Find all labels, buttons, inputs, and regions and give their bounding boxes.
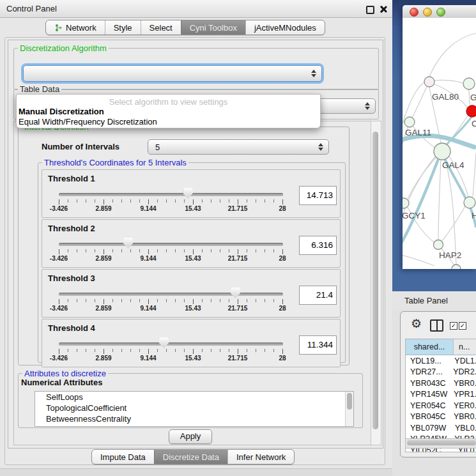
checkbox-icon[interactable]: ✓ xyxy=(459,322,466,330)
dropdown-option-manual[interactable]: Manual Discretization xyxy=(19,107,104,116)
slider-track[interactable] xyxy=(59,293,283,296)
node-attribute-table: shared...n... YDL19...YDL1...YDR27...YDR… xyxy=(405,339,476,452)
table-row[interactable]: YER054CYER0... xyxy=(406,400,476,411)
apply-button[interactable]: Apply xyxy=(169,429,212,444)
slider-thumb[interactable] xyxy=(159,337,169,348)
discretize-tab-content: Discretization Algorithm Table Data galF… xyxy=(8,40,383,449)
tick-label: 28 xyxy=(279,355,286,362)
table-row[interactable]: YPR145WYPR1... xyxy=(406,389,476,401)
screen: Control Panel NetworkStyleSelectCyni Too… xyxy=(0,0,476,476)
algorithm-dropdown-popup: Select algorithm to view settings Manual… xyxy=(16,94,321,128)
threshold-value-field[interactable]: 14.713 xyxy=(299,186,337,205)
tab-style[interactable]: Style xyxy=(105,20,141,35)
table-horizontal-scrollbar[interactable] xyxy=(405,438,476,449)
number-of-intervals-value: 5 xyxy=(155,140,160,154)
slider-track[interactable] xyxy=(59,342,283,346)
tick-label: 28 xyxy=(279,205,286,212)
tick-label: 2.859 xyxy=(95,355,111,362)
settings-vertical-scrollbar[interactable] xyxy=(371,121,381,445)
tab-infer-network[interactable]: Infer Network xyxy=(227,450,294,464)
slider-track[interactable] xyxy=(59,193,283,196)
control-panel-tabbar: NetworkStyleSelectCyni ToolboxjActiveMNo… xyxy=(45,20,325,35)
slider-major-ticks xyxy=(59,299,284,304)
float-window-icon[interactable] xyxy=(366,6,374,14)
tick-label: -3.426 xyxy=(50,305,68,312)
tab-cyni-toolbox[interactable]: Cyni Toolbox xyxy=(181,20,245,35)
mac-close-button[interactable] xyxy=(410,8,418,17)
network-canvas[interactable]: GAL80 G C GAL11 GAL4 GCY1 H HAP2 xyxy=(403,18,476,269)
close-icon[interactable] xyxy=(380,5,387,13)
panel-title: Control Panel xyxy=(6,0,57,17)
threshold-label: Threshold 3 xyxy=(48,273,95,283)
tab-jactivemnodules[interactable]: jActiveMNodules xyxy=(245,20,325,35)
number-of-intervals-label: Number of Intervals xyxy=(42,142,119,151)
tick-label: 21.715 xyxy=(228,205,248,212)
slider-thumb[interactable] xyxy=(183,188,193,199)
threshold-panel: Threshold 3-3.4262.8599.14415.4321.71528… xyxy=(42,269,341,318)
network-nodes xyxy=(403,77,476,269)
mac-minimize-button[interactable] xyxy=(423,8,432,17)
table-row[interactable]: YBR043CYBR0... xyxy=(406,378,476,389)
tick-label: -3.426 xyxy=(50,355,68,362)
tick-label: 9.144 xyxy=(140,255,156,262)
node-label: GAL80 xyxy=(432,92,459,102)
threshold-value-field[interactable]: 6.316 xyxy=(299,236,337,255)
threshold-value-field[interactable]: 11.344 xyxy=(299,335,337,355)
number-of-intervals-combobox[interactable]: 5 xyxy=(148,139,329,155)
column-header[interactable]: n... xyxy=(454,339,476,355)
gear-icon[interactable]: ⚙ xyxy=(411,316,422,330)
table-cell: YPR1... xyxy=(449,389,476,401)
slider-thumb[interactable] xyxy=(123,238,133,249)
slider-thumb[interactable] xyxy=(231,288,240,298)
table-row[interactable]: YBL079WYBL0... xyxy=(406,422,476,434)
table-panel-titlebar: Table Panel xyxy=(392,291,476,310)
table-row[interactable]: YDR27...YDR2... xyxy=(406,367,476,378)
dropdown-option-equal-width[interactable]: Equal Width/Frequency Discretization xyxy=(19,117,157,127)
tick-label: 2.859 xyxy=(95,205,111,212)
node-label: GAL4 xyxy=(442,160,464,170)
column-selector-icon[interactable] xyxy=(430,319,443,332)
tab-select[interactable]: Select xyxy=(141,20,181,35)
numerical-attributes-list[interactable]: SelfLoopsTopologicalCoefficientBetweenne… xyxy=(35,391,354,427)
tab-label: Discretize Data xyxy=(163,452,219,462)
numerical-attributes-heading: Numerical Attributes xyxy=(21,378,102,387)
attribute-item[interactable]: SelfLoops xyxy=(35,392,353,403)
attribute-item[interactable]: TopologicalCoefficient xyxy=(35,403,353,413)
network-window-titlebar xyxy=(403,5,476,19)
cyni-mode-tabbar: Impute DataDiscretize DataInfer Network xyxy=(91,449,295,464)
slider-major-ticks xyxy=(59,349,284,354)
slider-track[interactable] xyxy=(59,243,283,246)
table-row[interactable]: YBR045CYBR0... xyxy=(406,411,476,423)
tick-label: 28 xyxy=(279,305,286,312)
tick-label: 21.715 xyxy=(228,255,248,262)
tick-label: 15.43 xyxy=(185,305,201,312)
stepper-arrows-icon xyxy=(318,143,324,151)
column-header[interactable]: shared... xyxy=(406,339,454,355)
threshold-value-field[interactable]: 21.4 xyxy=(299,286,337,305)
checkbox-icon[interactable]: ✓ xyxy=(450,322,457,330)
attribute-item[interactable]: BetweennessCentrality xyxy=(35,413,353,424)
tick-label: 2.859 xyxy=(95,305,111,312)
tab-discretize-data[interactable]: Discretize Data xyxy=(154,450,227,464)
table-cell: YBR0... xyxy=(449,411,476,423)
slider-major-ticks xyxy=(59,199,284,204)
network-graph: GAL80 G C GAL11 GAL4 GCY1 H HAP2 xyxy=(403,18,476,269)
mac-zoom-button[interactable] xyxy=(436,8,445,17)
node-labels: GAL80 G C GAL11 GAL4 GCY1 H HAP2 xyxy=(403,92,476,260)
tab-impute-data[interactable]: Impute Data xyxy=(92,450,154,464)
stepper-arrows-icon xyxy=(365,102,371,110)
attributes-scrollbar[interactable] xyxy=(345,392,353,426)
table-row[interactable]: YDL19...YDL1... xyxy=(406,355,476,367)
table-cell: YBL0... xyxy=(450,422,476,434)
tab-network[interactable]: Network xyxy=(46,20,105,35)
table-panel: ⚙ ✓ ✓ shared...n... YDL19...YDL1...YDR27… xyxy=(400,311,476,457)
threshold-label: Threshold 1 xyxy=(48,174,95,183)
network-view-window: GAL80 G C GAL11 GAL4 GCY1 H HAP2 xyxy=(403,5,476,269)
node-label: HAP2 xyxy=(439,250,461,260)
tab-label: Network xyxy=(66,23,96,33)
algorithm-combobox[interactable] xyxy=(23,65,322,82)
tick-label: -3.426 xyxy=(50,255,68,262)
table-cell: YER054C xyxy=(406,400,449,411)
dropdown-hint: Select algorithm to view settings xyxy=(17,97,320,107)
settings-scrollpane: Interval Definition Number of Intervals … xyxy=(13,121,371,445)
